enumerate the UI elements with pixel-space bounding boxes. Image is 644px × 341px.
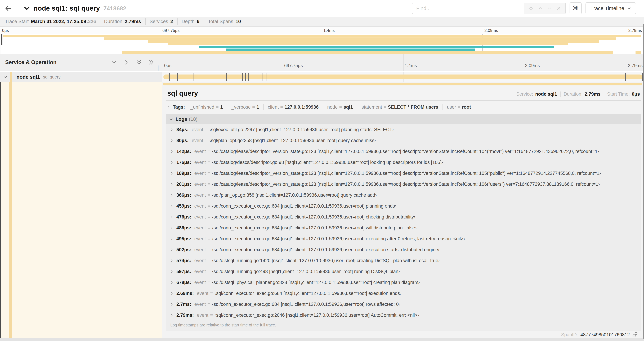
log-row[interactable]: 176μs: event = ‹sql/catalog/descs/descri… (166, 157, 641, 168)
log-marker[interactable] (248, 73, 249, 81)
log-marker[interactable] (169, 73, 170, 81)
log-row[interactable]: 495μs: event = ‹sql/conn_executor_exec.g… (166, 233, 641, 244)
expand-one-icon[interactable] (124, 60, 129, 65)
logs-footer-note: Log timestamps are relative to the start… (166, 321, 641, 330)
log-marker[interactable] (188, 73, 188, 81)
span-duration-bar[interactable] (164, 75, 642, 79)
log-field-key: event (194, 269, 206, 274)
ruler-gridline (283, 54, 283, 71)
equals-sign: = (208, 302, 210, 307)
log-row[interactable]: 459μs: event = ‹sql/conn_executor_exec.g… (166, 201, 641, 212)
tag-value: SELECT * FROM users (388, 105, 438, 110)
locate-icon[interactable] (528, 6, 534, 11)
chevron-right-icon (170, 150, 174, 153)
log-timestamp: 142μs: (176, 149, 191, 154)
timeline-ruler: 0μs 697.75μs 1.4ms 2.09ms 2.79ms (162, 54, 644, 71)
trace-view-selector[interactable]: Trace Timeline (586, 2, 636, 14)
log-field-key: event (194, 280, 206, 285)
log-marker[interactable] (226, 73, 227, 81)
find-widget (412, 3, 566, 14)
meta-start-time: Start Time: 0μs (604, 92, 640, 97)
link-icon[interactable] (632, 332, 638, 337)
ruler-tick-label: 1.4ms (404, 63, 417, 68)
log-marker[interactable] (627, 73, 628, 81)
left-edge-line (0, 82, 1, 338)
chevron-right-icon (170, 270, 174, 273)
trace-collapse-chevron-icon[interactable] (23, 5, 30, 12)
column-resizer-handle[interactable]: ∥ (157, 65, 160, 71)
span-row-label[interactable]: node sql1 sql query (0, 72, 162, 82)
log-row[interactable]: 476μs: event = ‹sql/conn_executor_exec.g… (166, 212, 641, 222)
next-match-icon[interactable] (547, 6, 552, 11)
log-row[interactable]: 2.79ms: event = ‹sql/conn_executor_exec.… (166, 310, 641, 321)
log-marker[interactable] (266, 73, 266, 81)
minimap-tick-label: 2.79ms (628, 28, 642, 33)
log-row[interactable]: 34μs: event = ‹sql/exec_util.go:2297 [ns… (166, 124, 641, 135)
log-row[interactable]: 201μs: event = ‹sql/catalog/lease/descri… (166, 179, 641, 190)
row-collapse-chevron-icon[interactable] (3, 75, 8, 79)
chevron-right-icon (170, 281, 174, 284)
prev-match-icon[interactable] (538, 6, 543, 11)
back-button[interactable] (0, 0, 17, 17)
clear-search-icon[interactable] (556, 6, 562, 11)
expand-all-icon[interactable] (148, 60, 154, 65)
log-marker[interactable] (625, 73, 626, 81)
find-input[interactable] (412, 3, 524, 14)
log-row[interactable]: 574μs: event = ‹sql/distsql_running.go:1… (166, 255, 641, 266)
trace-summary: Trace Start March 31 2022, 17:25:09 .326… (0, 17, 644, 27)
log-timestamp: 2.79ms: (176, 312, 194, 318)
row-service-name: node sql1 (16, 74, 40, 80)
minimap-canvas[interactable] (2, 34, 642, 54)
logs-header[interactable]: Logs (18) (166, 114, 641, 124)
log-row[interactable]: 2.69ms: event = ‹sql/conn_executor_exec.… (166, 288, 641, 299)
log-row[interactable]: 80μs: event = ‹sql/plan_opt.go:358 [nsql… (166, 135, 641, 146)
log-message: ‹sql/plan_opt.go:358 [nsql1,client=127.0… (212, 192, 377, 198)
log-timestamp: 189μs: (176, 171, 191, 176)
log-row[interactable]: 189μs: event = ‹sql/catalog/lease/descri… (166, 168, 641, 179)
log-marker[interactable] (280, 73, 280, 81)
log-marker[interactable] (262, 73, 262, 81)
summary-label: Depth (182, 19, 194, 24)
log-marker[interactable] (245, 73, 246, 81)
collapse-one-icon[interactable] (111, 60, 117, 65)
minimap-span (3, 35, 641, 37)
log-row[interactable]: 597μs: event = ‹sql/distsql_running.go:4… (166, 266, 641, 277)
detail-span-bar[interactable] (163, 83, 642, 85)
expand-collapse-controls (111, 60, 154, 65)
tags-toggle[interactable]: Tags: (167, 105, 186, 110)
tag-value: sql1 (344, 105, 353, 110)
summary-label: Duration (104, 19, 122, 24)
log-marker[interactable] (642, 73, 643, 81)
log-marker[interactable] (250, 73, 250, 81)
summary-label: Services (150, 19, 168, 24)
log-marker[interactable] (194, 73, 194, 81)
logs-count: (18) (189, 116, 198, 122)
log-row[interactable]: 678μs: event = ‹sql/distsql_physical_pla… (166, 277, 641, 288)
minimap-scrub-handle[interactable] (2, 34, 2, 45)
minimap-span (104, 38, 616, 40)
summary-item: Depth 6 (178, 18, 204, 25)
collapse-all-icon[interactable] (136, 60, 142, 65)
log-marker[interactable] (177, 73, 178, 81)
log-marker[interactable] (247, 73, 248, 81)
chevron-right-icon (170, 172, 174, 175)
log-timestamp: 486μs: (176, 225, 191, 231)
log-message: ‹sql/exec_util.go:2297 [nsql1,client=127… (209, 127, 394, 132)
log-row[interactable]: 502μs: event = ‹sql/conn_executor_exec.g… (166, 244, 641, 255)
service-operation-title: Service & Operation (5, 59, 56, 66)
keyboard-shortcuts-button[interactable]: ⌘ (570, 2, 582, 14)
log-row[interactable]: 2.7ms: event = ‹sql/conn_executor_exec.g… (166, 299, 641, 310)
tags-row: Tags: _unfinished = 1 _verbose = 1 clien… (166, 101, 641, 112)
right-scrollbar[interactable] (643, 24, 644, 338)
log-marker[interactable] (198, 73, 198, 81)
log-timestamp: 366μs: (176, 192, 191, 198)
log-row[interactable]: 366μs: event = ‹sql/plan_opt.go:358 [nsq… (166, 190, 641, 201)
log-marker[interactable] (242, 73, 243, 81)
ruler-tick-label: 697.75μs (284, 63, 303, 68)
log-row[interactable]: 486μs: event = ‹sql/conn_executor_exec.g… (166, 222, 641, 233)
log-row[interactable]: 142μs: event = ‹sql/catalog/lease/descri… (166, 146, 641, 157)
log-field-key: event (192, 138, 203, 143)
span-row-timeline (162, 72, 644, 82)
log-timestamp: 80μs: (176, 138, 189, 143)
log-marker[interactable] (196, 73, 196, 81)
